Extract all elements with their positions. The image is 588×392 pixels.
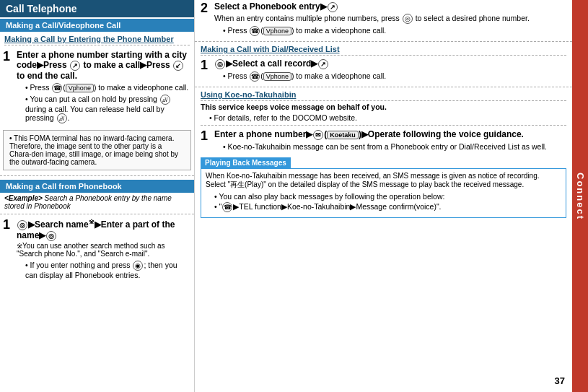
subsection1: Making a Call by Entering the Phone Numb… xyxy=(0,32,194,48)
phonebook-icon: ◎ xyxy=(17,220,27,230)
vphone-pill1: Vphone xyxy=(66,84,94,92)
asterisk-note: ※You can use another search method such … xyxy=(17,241,191,258)
step2-number: 1 xyxy=(3,218,14,231)
s3-step1-num: 1 xyxy=(201,58,212,71)
step1-row: 1 Enter a phone number starting with a c… xyxy=(0,48,194,127)
hold-icon2: ㎶ xyxy=(57,113,67,123)
side-tab: Connect xyxy=(572,0,588,392)
playing-back-bullets: You can also play back messages by follo… xyxy=(206,191,561,213)
step2-pb-text: Select a Phonebook entry▶↗ When an entry… xyxy=(214,1,566,38)
koe-bullet1: Koe-no-Takuhaibin message can be sent fr… xyxy=(223,141,566,152)
call-icon: ↗ xyxy=(70,61,80,71)
step2-pb-bullet1: Press ☎(Vphone) to make a videophone cal… xyxy=(223,25,566,37)
asterisk: ※ xyxy=(89,218,95,225)
s3-step1-bold: ◎▶Select a call record▶↗ xyxy=(214,58,329,69)
tel-fn-icon: ☎ xyxy=(222,202,232,212)
section4-wrapper: Using Koe-no-Takuhaibin This service kee… xyxy=(195,87,572,392)
hold-icon: ㎶ xyxy=(160,95,170,105)
section2-header: Making a Call from Phonebook xyxy=(0,180,194,193)
step2-phonebook: 2 Select a Phonebook entry▶↗ When an ent… xyxy=(195,0,572,42)
step2-pb-bold: Select a Phonebook entry▶↗ xyxy=(214,1,338,12)
vid-icon3: ☎ xyxy=(250,71,260,82)
select-icon: ◎ xyxy=(403,14,413,24)
step2-bullets: If you enter nothing and press ◉; then y… xyxy=(17,260,191,280)
s3-step1-text: ◎▶Select a call record▶↗ Press ☎(Vphone)… xyxy=(214,58,566,84)
example-label: <Example> Search a Phonebook entry by th… xyxy=(0,193,194,212)
call-icon2: ↗ xyxy=(318,59,328,69)
step1-number: 1 xyxy=(3,50,14,63)
playing-back-content: When Koe-no-Takuhaibin message has been … xyxy=(201,168,566,218)
playing-back-wrapper: Playing Back Messages When Koe-no-Takuha… xyxy=(201,154,566,218)
bullet1: Press ☎(Vphone) to make a videophone cal… xyxy=(25,82,191,94)
search-icon: ◎ xyxy=(46,231,56,241)
vid-icon1: ☎ xyxy=(52,83,62,93)
section1-header: Making a Call/Videophone Call xyxy=(0,19,194,32)
end-icon: ↙ xyxy=(173,61,183,71)
step2-text: ◎▶Search name※▶Enter a part of the name▶… xyxy=(17,218,191,282)
koe-step1-text: Enter a phone number▶✉(Koetaku)▶Operate … xyxy=(214,129,566,153)
divider3 xyxy=(201,125,566,126)
vid-icon2: ☎ xyxy=(250,26,260,36)
section4-bullets1: For details, refer to the DOCOMO website… xyxy=(201,113,566,123)
dial-icon: ◎ xyxy=(215,59,225,69)
pb-bullet1: You can also play back messages by follo… xyxy=(214,191,561,201)
step2-row: 1 ◎▶Search name※▶Enter a part of the nam… xyxy=(0,217,194,283)
section3-header: Making a Call with Dial/Received List xyxy=(201,43,566,56)
s3-bullets: Press ☎(Vphone) to make a videophone cal… xyxy=(214,71,566,82)
confirm-icon: ◉ xyxy=(133,261,143,271)
koe-step1-row: 1 Enter a phone number▶✉(Koetaku)▶Operat… xyxy=(201,128,566,154)
pb-bullet2: "☎▶TEL function▶Koe-no-Takuhaibin▶Messag… xyxy=(214,201,561,213)
section3-wrapper: Making a Call with Dial/Received List 1 … xyxy=(195,42,572,87)
s3-bullet1: Press ☎(Vphone) to make a videophone cal… xyxy=(223,71,566,82)
note-item1: This FOMA terminal has no inward-facing … xyxy=(9,134,185,167)
page-number: 37 xyxy=(555,375,565,386)
note-box: This FOMA terminal has no inward-facing … xyxy=(3,130,191,170)
step2-pb-bullets: Press ☎(Vphone) to make a videophone cal… xyxy=(214,25,566,37)
step2-bold: ◎▶Search name※▶Enter a part of the name▶… xyxy=(17,219,175,240)
divider2 xyxy=(0,214,194,214)
page-title: Call Telephone xyxy=(0,0,194,17)
arrow-icon1: ↗ xyxy=(328,2,338,12)
step1-bold: Enter a phone number starting with a cit… xyxy=(17,50,187,81)
section4-header: Using Koe-no-Takuhaibin xyxy=(201,89,566,101)
note-list: This FOMA terminal has no inward-facing … xyxy=(9,134,185,167)
playing-back-header: Playing Back Messages xyxy=(201,157,291,168)
step2-pb-desc: When an entry contains multiple phone nu… xyxy=(214,14,566,24)
step1-text: Enter a phone number starting with a cit… xyxy=(17,50,191,126)
bullet2: You can put a call on hold by pressing ㎶… xyxy=(25,94,191,124)
step2-phonebook-row: 2 Select a Phonebook entry▶↗ When an ent… xyxy=(201,1,566,38)
subsection1-title: Making a Call by Entering the Phone Numb… xyxy=(4,33,190,45)
section4-bullet1: For details, refer to the DOCOMO website… xyxy=(209,113,566,123)
main-content: Call Telephone Making a Call/Videophone … xyxy=(0,0,588,392)
koe-bullets: Koe-no-Takuhaibin message can be sent fr… xyxy=(214,141,566,152)
koe-step1-num: 1 xyxy=(201,129,212,142)
vphone-pill2: Vphone xyxy=(263,27,291,35)
step1-bullets: Press ☎(Vphone) to make a videophone cal… xyxy=(17,82,191,125)
step2-bullet1: If you enter nothing and press ◉; then y… xyxy=(25,260,191,280)
koetaku-pill: Koetaku xyxy=(327,131,359,139)
section4-desc1: This service keeps voice message on beha… xyxy=(201,103,566,111)
divider1 xyxy=(0,175,194,176)
left-column: Call Telephone Making a Call/Videophone … xyxy=(0,0,195,392)
koe-step1-bold: Enter a phone number▶✉(Koetaku)▶Operate … xyxy=(214,129,524,139)
step2-pb-number: 2 xyxy=(201,1,212,14)
example-bold: <Example> xyxy=(4,194,43,202)
vphone-pill3: Vphone xyxy=(263,72,291,81)
envelope-icon: ✉ xyxy=(313,130,323,140)
section3-step1-row: 1 ◎▶Select a call record▶↗ Press ☎(Vphon… xyxy=(201,57,566,85)
playing-back-text: When Koe-no-Takuhaibin message has been … xyxy=(206,172,561,190)
right-inner: 2 Select a Phonebook entry▶↗ When an ent… xyxy=(195,0,572,392)
